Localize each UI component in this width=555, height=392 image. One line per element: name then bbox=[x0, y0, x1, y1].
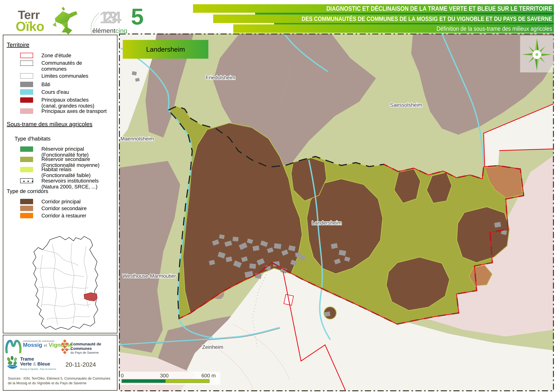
swatch-corridor-principal bbox=[20, 199, 33, 204]
legend-item-communautes-line1: Communautés de bbox=[41, 60, 82, 66]
scalebar bbox=[121, 379, 210, 383]
legend-item-reservoir-principal: Réservoir principal (Fonctionnalité fort… bbox=[41, 146, 89, 158]
title-banner-3-text: Définition de la sous-trame des milieux … bbox=[278, 24, 554, 33]
tvb-line2-bleue: Bleue bbox=[36, 361, 50, 366]
footer-panel: communauté de communes Mossig et Vignobl… bbox=[3, 335, 117, 391]
element5-five: 5 bbox=[131, 3, 144, 30]
sources-text: Sources : IGN, TerrOïko, Elément 5, Comm… bbox=[8, 376, 112, 385]
terroiko-frog-icon bbox=[48, 6, 80, 35]
legend-item-bati: Bâti bbox=[41, 81, 50, 87]
label-zeinheim: Zeinheim bbox=[202, 344, 223, 350]
title-banner-3: Définition de la sous-trame des milieux … bbox=[233, 24, 554, 33]
legend-item-communautes: Communautés de communes bbox=[41, 60, 82, 72]
legend-territoire-title: Territoire bbox=[7, 41, 29, 48]
scalebar-panel: 0 300 600 m bbox=[120, 372, 220, 385]
swatch-communautes-communes bbox=[20, 60, 33, 66]
inset-locator-map bbox=[13, 233, 107, 331]
element5-word-green: cinq bbox=[115, 27, 127, 34]
label-saessolsheim: Saessolsheim bbox=[390, 102, 422, 108]
saverne-line1: Communauté de Communes bbox=[71, 342, 117, 351]
tvb-line2-amp: & bbox=[33, 361, 36, 366]
title-banner-2: DES COMMUNAUTÉS DE COMMUNES DE LA MOSSIG… bbox=[213, 14, 554, 23]
legend-item-cours-eau: Cours d'eau bbox=[41, 89, 69, 95]
mossig-name1: Mossig bbox=[23, 342, 42, 348]
terroiko-logo-text-2: Oïko bbox=[16, 19, 44, 34]
legend-item-obstacles-line1: Principaux obstacles bbox=[41, 97, 94, 103]
label-maennolsheim: Maennolsheim bbox=[120, 136, 154, 142]
legend-item-corridor-principal: Corridor principal bbox=[41, 199, 80, 205]
main-map: Friedolsheim Saessolsheim Maennolsheim L… bbox=[119, 34, 554, 391]
swatch-cours-eau bbox=[20, 89, 33, 95]
label-landersheim: Landersheim bbox=[312, 220, 342, 226]
pays-saverne-logo-icon bbox=[60, 340, 69, 354]
compass-center-dot bbox=[535, 53, 538, 56]
title-banner-1: DIAGNOSTIC ET DÉCLINAISON DE LA TRAME VE… bbox=[193, 4, 554, 13]
legend-item-corridor-secondaire: Corridor secondaire bbox=[41, 206, 87, 211]
map-poster-page: Terr Oïko 1234 5 élémentcinq DIAGNOSTIC … bbox=[0, 0, 555, 392]
trame-verte-bleue-logo-text: Trame Verte & Bleue Mossig et Vignoble -… bbox=[20, 356, 56, 370]
legend-item-corridor-restaurer: Corridor à restaurer bbox=[41, 213, 86, 219]
element5-wordmark: élémentcinq bbox=[92, 27, 127, 34]
inset-highlighted-commune bbox=[84, 293, 97, 301]
compass-rose-icon bbox=[520, 36, 554, 72]
legend-item-resprincipal-line1: Réservoir principal bbox=[41, 146, 89, 152]
map-date: 20-11-2024 bbox=[66, 361, 96, 368]
element5-word-dark: élément bbox=[92, 27, 115, 34]
legend-item-axes-transport: Principaux axes de transport bbox=[41, 108, 107, 114]
legend-item-obstacles: Principaux obstacles (canal, grandes rou… bbox=[41, 97, 94, 109]
mossig-vignoble-logo-icon bbox=[5, 339, 22, 353]
swatch-reservoir-secondaire bbox=[20, 157, 33, 162]
saverne-line2: du Pays de Saverne bbox=[71, 351, 117, 355]
swatch-obstacles bbox=[20, 97, 33, 103]
swatch-limites-communales bbox=[20, 73, 33, 78]
scalebar-label-600: 600 m bbox=[201, 372, 216, 378]
mossig-et: et bbox=[44, 343, 47, 348]
legend-item-relais-line1: Habitat relais bbox=[41, 166, 91, 172]
swatch-reservoirs-institutionnels bbox=[20, 178, 33, 183]
swatch-habitat-relais bbox=[20, 167, 33, 172]
tvb-subtitle: Mossig et Vignoble - Pays de Saverne bbox=[20, 368, 56, 370]
swatch-reservoir-principal bbox=[20, 146, 33, 152]
legend-corridors-title: Type de corridors bbox=[7, 188, 48, 194]
element5-digits: 1234 bbox=[100, 8, 116, 27]
label-westhouse-marmoutier: Westhouse-Marmoutier bbox=[123, 273, 176, 279]
label-friedolsheim: Friedolsheim bbox=[206, 75, 235, 80]
legend-item-habitat-relais: Habitat relais (Fonctionnalité faible) bbox=[41, 166, 91, 178]
legend-item-limites: Limites communales bbox=[41, 73, 88, 79]
legend-soustrame-title: Sous-trame des milieux agricoles bbox=[7, 121, 92, 128]
legend-habitats-title: Type d'habitats bbox=[15, 135, 51, 142]
tvb-line2: Verte & Bleue bbox=[20, 362, 56, 366]
scalebar-label-0: 0 bbox=[121, 372, 124, 378]
legend-item-inst-line2: (Natura 2000, SRCE, ...) bbox=[41, 184, 99, 190]
swatch-corridor-secondaire bbox=[20, 206, 33, 211]
scalebar-label-300: 300 bbox=[160, 372, 169, 378]
legend-item-obstacles-line2: (canal, grandes routes) bbox=[41, 103, 94, 109]
legend-item-inst-line1: Reservoirs institutionnels bbox=[41, 178, 99, 184]
swatch-zone-etude bbox=[20, 53, 33, 58]
legend-item-relais-line2: (Fonctionnalité faible) bbox=[41, 172, 91, 178]
legend-item-reservoirs-institutionnels: Reservoirs institutionnels (Natura 2000,… bbox=[41, 178, 99, 190]
swatch-axes-transport bbox=[20, 108, 33, 114]
swatch-corridor-restaurer bbox=[20, 213, 33, 218]
tvb-line2-verte: Verte bbox=[20, 361, 33, 366]
legend-panel: Territoire Zone d'étude Communautés de c… bbox=[3, 35, 117, 333]
pays-saverne-logo-text: Communauté de Communes du Pays de Savern… bbox=[71, 342, 117, 355]
swatch-bati bbox=[20, 82, 33, 87]
legend-item-zone-etude: Zone d'étude bbox=[41, 53, 71, 58]
trame-verte-bleue-logo-icon bbox=[6, 356, 19, 370]
tvb-line1: Trame bbox=[20, 356, 56, 362]
inset-commune-boundaries bbox=[36, 243, 90, 325]
map-canvas: Friedolsheim Saessolsheim Maennolsheim L… bbox=[119, 34, 554, 391]
legend-item-communautes-line2: communes bbox=[41, 66, 82, 72]
map-title-box: Landersheim bbox=[123, 40, 208, 59]
title-banner-1-text: DIAGNOSTIC ET DÉCLINAISON DE LA TRAME VE… bbox=[244, 4, 554, 13]
inset-territory-outline bbox=[33, 236, 98, 329]
title-banner-2-text: DES COMMUNAUTÉS DE COMMUNES DE LA MOSSIG… bbox=[261, 14, 554, 23]
legend-item-ressecondaire-line1: Réservoir secondaire bbox=[41, 156, 100, 162]
